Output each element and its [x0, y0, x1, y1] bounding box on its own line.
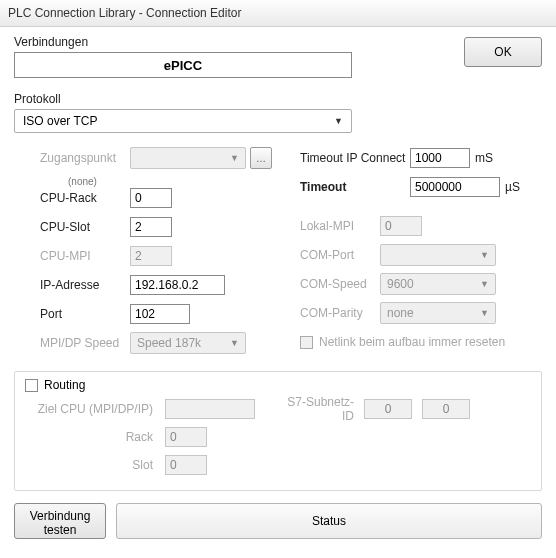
zugangspunkt-label: Zugangspunkt — [40, 151, 130, 165]
routing-slot-input — [165, 455, 207, 475]
ziel-cpu-label: Ziel CPU (MPI/DP/IP) — [25, 402, 165, 416]
chevron-down-icon: ▼ — [334, 116, 343, 126]
port-label: Port — [40, 307, 130, 321]
verbindungen-label: Verbindungen — [14, 35, 450, 49]
protokoll-label: Protokoll — [14, 92, 542, 106]
lokal-mpi-label: Lokal-MPI — [300, 219, 380, 233]
com-parity-label: COM-Parity — [300, 306, 380, 320]
cpu-slot-input[interactable] — [130, 217, 172, 237]
timeout-ip-unit: mS — [475, 151, 493, 165]
window-titlebar: PLC Connection Library - Connection Edit… — [0, 0, 556, 27]
subnetz-a-input — [364, 399, 412, 419]
routing-rack-input — [165, 427, 207, 447]
cpu-rack-label: CPU-Rack — [40, 191, 130, 205]
ip-input[interactable] — [130, 275, 225, 295]
timeout-input[interactable] — [410, 177, 500, 197]
ziel-cpu-input — [165, 399, 255, 419]
connection-name-input[interactable] — [14, 52, 352, 78]
ip-label: IP-Adresse — [40, 278, 130, 292]
routing-group: Routing Ziel CPU (MPI/DP/IP) Rack Slot — [14, 371, 542, 491]
com-port-label: COM-Port — [300, 248, 380, 262]
chevron-down-icon: ▼ — [230, 338, 239, 348]
netlink-checkbox — [300, 336, 313, 349]
com-speed-select: 9600 ▼ — [380, 273, 496, 295]
routing-checkbox[interactable] — [25, 379, 38, 392]
routing-title: Routing — [44, 378, 85, 392]
zugangspunkt-browse-button[interactable]: … — [250, 147, 272, 169]
routing-slot-label: Slot — [25, 458, 165, 472]
window-title: PLC Connection Library - Connection Edit… — [8, 6, 241, 20]
mpi-speed-select: Speed 187k ▼ — [130, 332, 246, 354]
protocol-select[interactable]: ISO over TCP ▼ — [14, 109, 352, 133]
chevron-down-icon: ▼ — [230, 153, 239, 163]
chevron-down-icon: ▼ — [480, 279, 489, 289]
timeout-unit: µS — [505, 180, 520, 194]
cpu-slot-label: CPU-Slot — [40, 220, 130, 234]
cpu-mpi-input — [130, 246, 172, 266]
protocol-value: ISO over TCP — [23, 114, 97, 128]
test-connection-button[interactable]: Verbindung testen — [14, 503, 106, 539]
com-port-select: ▼ — [380, 244, 496, 266]
mpi-speed-label: MPI/DP Speed — [40, 336, 130, 350]
subnetz-label: S7-Subnetz-ID — [278, 395, 364, 423]
ok-button[interactable]: OK — [464, 37, 542, 67]
zugangspunkt-none: (none) — [68, 176, 282, 187]
routing-rack-label: Rack — [25, 430, 165, 444]
subnetz-b-input — [422, 399, 470, 419]
netlink-label: Netlink beim aufbau immer reseten — [319, 335, 505, 349]
com-speed-label: COM-Speed — [300, 277, 380, 291]
cpu-mpi-label: CPU-MPI — [40, 249, 130, 263]
zugangspunkt-select: ▼ — [130, 147, 246, 169]
chevron-down-icon: ▼ — [480, 308, 489, 318]
chevron-down-icon: ▼ — [480, 250, 489, 260]
timeout-label: Timeout — [300, 180, 410, 194]
com-parity-select: none ▼ — [380, 302, 496, 324]
cpu-rack-input[interactable] — [130, 188, 172, 208]
lokal-mpi-input — [380, 216, 422, 236]
timeout-ip-label: Timeout IP Connect — [300, 151, 410, 165]
timeout-ip-input[interactable] — [410, 148, 470, 168]
status-button[interactable]: Status — [116, 503, 542, 539]
port-input[interactable] — [130, 304, 190, 324]
